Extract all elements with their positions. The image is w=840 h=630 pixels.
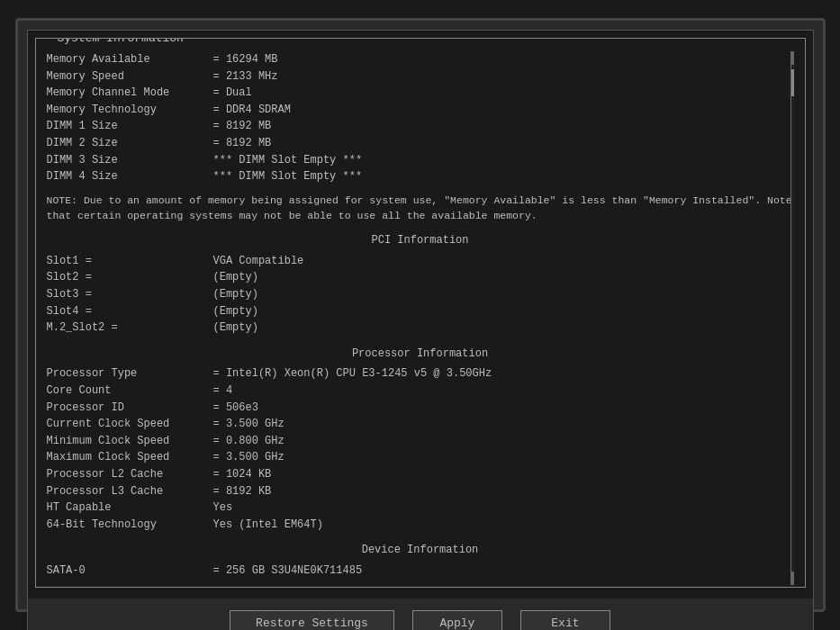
pci-row-0: Slot1 = VGA Compatible xyxy=(47,253,794,270)
memory-row-0: Memory Available = 16294 MB xyxy=(47,51,794,68)
exit-button[interactable]: Exit xyxy=(520,610,610,630)
proc-row-9: 64-Bit Technology Yes (Intel EM64T) xyxy=(47,517,794,534)
bios-content-area: System Information Memory Available = 16… xyxy=(28,31,813,595)
info-scroll-area: Memory Available = 16294 MB Memory Speed… xyxy=(47,51,794,585)
apply-button[interactable]: Apply xyxy=(412,610,502,630)
pci-row-1: Slot2 = (Empty) xyxy=(47,269,794,286)
proc-row-8: HT Capable Yes xyxy=(47,500,794,517)
proc-row-5: Maximum Clock Speed = 3.500 GHz xyxy=(47,449,794,466)
scrollbar-down-button[interactable]: ▼ xyxy=(791,572,794,584)
memory-row-2: Memory Channel Mode = Dual xyxy=(47,85,794,102)
scrollbar-up-button[interactable]: ▲ xyxy=(791,52,794,65)
memory-row-6: DIMM 3 Size *** DIMM Slot Empty *** xyxy=(47,152,794,169)
device-header: Device Information xyxy=(47,542,794,559)
bios-panel: System Information Memory Available = 16… xyxy=(27,30,814,630)
scrollbar-thumb[interactable] xyxy=(791,69,794,96)
proc-row-3: Current Clock Speed = 3.500 GHz xyxy=(47,416,794,433)
pci-row-3: Slot4 = (Empty) xyxy=(47,303,794,320)
memory-row-3: Memory Technology = DDR4 SDRAM xyxy=(47,102,794,119)
bottom-bar: Restore Settings Apply Exit xyxy=(28,598,813,630)
memory-row-5: DIMM 2 Size = 8192 MB xyxy=(47,135,794,152)
processor-header: Processor Information xyxy=(47,346,794,363)
box-title: System Information xyxy=(54,38,187,45)
scrollbar[interactable]: ▲ ▼ xyxy=(790,51,794,585)
pci-row-2: Slot3 = (Empty) xyxy=(47,286,794,303)
proc-row-0: Processor Type = Intel(R) Xeon(R) CPU E3… xyxy=(47,365,794,382)
screen-outer: System Information Memory Available = 16… xyxy=(15,18,826,612)
system-info-box: System Information Memory Available = 16… xyxy=(35,38,806,588)
memory-row-7: DIMM 4 Size *** DIMM Slot Empty *** xyxy=(47,168,794,185)
pci-header: PCI Information xyxy=(47,232,794,249)
scrollbar-track xyxy=(791,65,794,572)
proc-row-4: Minimum Clock Speed = 0.800 GHz xyxy=(47,433,794,450)
device-row-0: SATA-0 = 256 GB S3U4NE0K711485 xyxy=(47,562,794,580)
restore-settings-button[interactable]: Restore Settings xyxy=(230,610,394,630)
proc-row-7: Processor L3 Cache = 8192 KB xyxy=(47,483,794,500)
proc-row-1: Core Count = 4 xyxy=(47,382,794,400)
memory-row-1: Memory Speed = 2133 MHz xyxy=(47,68,794,86)
proc-row-2: Processor ID = 506e3 xyxy=(47,400,794,417)
pci-row-4: M.2_Slot2 = (Empty) xyxy=(47,320,794,337)
memory-row-4: DIMM 1 Size = 8192 MB xyxy=(47,118,794,135)
memory-note: NOTE: Due to an amount of memory being a… xyxy=(47,193,794,224)
proc-row-6: Processor L2 Cache = 1024 KB xyxy=(47,466,794,483)
